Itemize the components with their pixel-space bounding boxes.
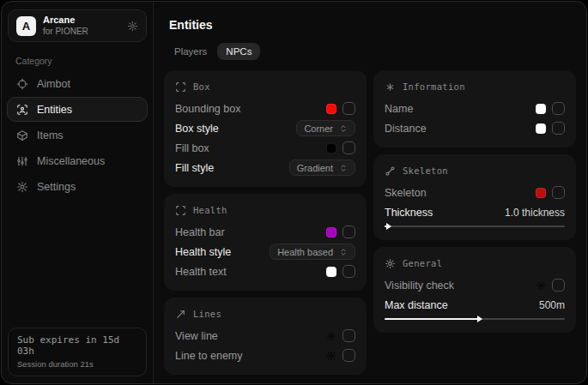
main-panel: Entities PlayersNPCs BoxBounding boxBox … <box>154 2 586 383</box>
left-column: BoxBounding boxBox styleCornerFill boxFi… <box>164 70 367 375</box>
name-color-swatch[interactable] <box>536 104 546 114</box>
row-controls: 500m <box>539 299 565 311</box>
sidebar-item-label: Entities <box>37 104 72 116</box>
card-header: Health <box>175 202 355 218</box>
card-title: Skeleton <box>403 165 448 176</box>
row-label: Visibility check <box>385 280 454 292</box>
sidebar-item-settings[interactable]: Settings <box>7 174 148 199</box>
app-window: A Arcane for PIONER Category AimbotEntit… <box>1 1 587 384</box>
row-health-bar: Health bar <box>175 222 355 242</box>
row-controls <box>536 279 565 292</box>
fill-box-color-swatch[interactable] <box>326 143 336 153</box>
bounding-box-checkbox[interactable] <box>342 102 355 115</box>
row-controls: Health based <box>270 244 355 260</box>
row-label: Health bar <box>175 226 225 238</box>
row-label: Health style <box>175 246 231 258</box>
row-controls <box>326 102 355 115</box>
row-thickness: Thickness1.0 thickness <box>385 202 565 222</box>
sidebar-item-label: Miscellaneous <box>37 155 105 167</box>
slider-track <box>385 226 565 227</box>
card-box: BoxBounding boxBox styleCornerFill boxFi… <box>164 70 367 187</box>
row-max-distance: Max distance500m <box>385 295 565 315</box>
slider-handle[interactable] <box>386 223 391 230</box>
row-label: Health text <box>175 266 227 278</box>
bounding-box-color-swatch[interactable] <box>326 104 336 114</box>
sidebar-item-label: Settings <box>37 181 76 193</box>
distance-checkbox[interactable] <box>552 122 565 135</box>
right-column: InformationNameDistanceSkeletonSkeletonT… <box>373 70 576 333</box>
fill-box-checkbox[interactable] <box>342 141 355 154</box>
row-controls: 1.0 thickness <box>505 207 565 219</box>
thickness-slider[interactable] <box>385 223 565 231</box>
dropdown-value: Health based <box>277 247 333 257</box>
health-style-dropdown[interactable]: Health based <box>270 244 355 260</box>
dropdown-value: Corner <box>304 123 333 134</box>
category-label: Category <box>15 56 149 66</box>
row-label: Fill box <box>175 142 209 154</box>
box-style-dropdown[interactable]: Corner <box>296 120 355 136</box>
distance-color-swatch[interactable] <box>536 123 546 134</box>
chevrons-up-down-icon <box>339 248 348 256</box>
line-to-enemy-checkbox[interactable] <box>342 349 355 362</box>
row-bounding-box: Bounding box <box>175 99 355 118</box>
slider-fill <box>385 318 478 320</box>
skeleton-checkbox[interactable] <box>552 186 565 199</box>
row-health-text: Health text <box>175 262 355 281</box>
visibility-check-checkbox[interactable] <box>552 279 565 292</box>
card-title: Lines <box>193 309 221 319</box>
card-title: Box <box>193 81 210 92</box>
session-duration-text: Session duration 21s <box>17 359 137 369</box>
max-distance-value: 500m <box>539 299 565 311</box>
sidebar-nav: AimbotEntitiesItemsMiscellaneousSettings <box>6 71 149 199</box>
sidebar-item-entities[interactable]: Entities <box>7 97 148 122</box>
row-distance: Distance <box>385 118 565 138</box>
brand-settings-gear-icon[interactable] <box>127 21 138 32</box>
card-title: General <box>403 258 442 268</box>
row-label: Thickness <box>385 207 433 219</box>
health-text-checkbox[interactable] <box>342 265 355 278</box>
row-name: Name <box>385 99 565 118</box>
card-skeleton: SkeletonSkeletonThickness1.0 thickness <box>373 154 576 240</box>
row-label: Line to enemy <box>175 350 243 362</box>
sidebar-item-miscellaneous[interactable]: Miscellaneous <box>7 148 148 173</box>
slider-handle[interactable] <box>477 316 482 322</box>
fill-style-dropdown[interactable]: Gradient <box>289 159 355 176</box>
lines-card-icon <box>175 309 186 320</box>
view-line-checkbox[interactable] <box>342 329 355 342</box>
chevrons-up-down-icon <box>339 124 348 133</box>
sidebar: A Arcane for PIONER Category AimbotEntit… <box>2 2 154 383</box>
row-fill-box: Fill box <box>175 138 355 158</box>
sidebar-item-aimbot[interactable]: Aimbot <box>7 71 148 96</box>
visibility-check-gear-icon[interactable] <box>536 280 546 291</box>
health-bar-color-swatch[interactable] <box>326 227 336 238</box>
row-label: Distance <box>385 123 427 135</box>
row-controls: Corner <box>296 120 355 136</box>
health-text-color-swatch[interactable] <box>326 267 336 277</box>
line-to-enemy-gear-icon[interactable] <box>326 351 336 361</box>
app-logo-letter: A <box>22 20 30 33</box>
tab-npcs[interactable]: NPCs <box>217 43 260 60</box>
health-bar-checkbox[interactable] <box>342 226 355 238</box>
card-header: Lines <box>175 306 355 322</box>
card-health: HealthHealth barHealth styleHealth based… <box>164 194 367 291</box>
row-controls <box>536 122 565 135</box>
sidebar-item-label: Aimbot <box>37 78 70 90</box>
tab-players[interactable]: Players <box>166 43 215 60</box>
tab-bar: PlayersNPCs <box>166 43 576 60</box>
row-label: Skeleton <box>385 187 427 199</box>
row-label: Bounding box <box>175 103 240 115</box>
max-distance-slider[interactable] <box>385 316 565 323</box>
brand-card: A Arcane for PIONER <box>8 9 147 42</box>
thickness-value: 1.0 thickness <box>505 207 565 219</box>
row-controls: Gradient <box>289 159 355 176</box>
cards-area: BoxBounding boxBox styleCornerFill boxFi… <box>164 70 576 375</box>
sidebar-item-items[interactable]: Items <box>7 123 148 147</box>
dropdown-value: Gradient <box>297 163 333 173</box>
name-checkbox[interactable] <box>552 102 565 115</box>
view-line-gear-icon[interactable] <box>326 331 336 341</box>
row-visibility-check: Visibility check <box>385 275 565 295</box>
row-controls <box>326 329 355 342</box>
card-title: Health <box>193 205 227 215</box>
row-controls <box>536 186 565 199</box>
skeleton-color-swatch[interactable] <box>536 188 546 198</box>
